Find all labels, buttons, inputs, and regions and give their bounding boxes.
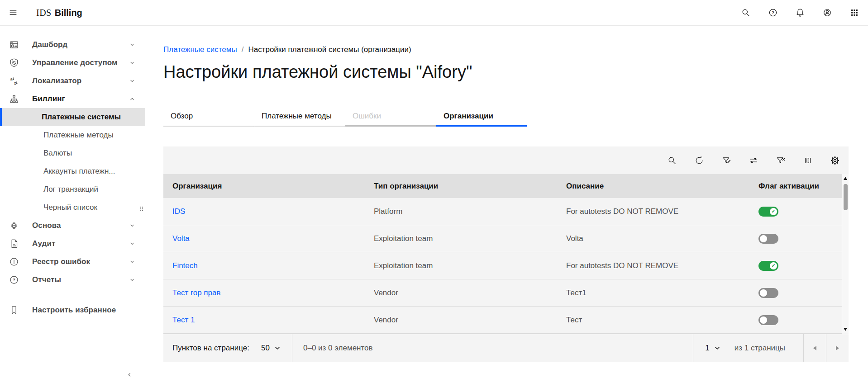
organization-description-cell: Тест1 xyxy=(557,288,749,298)
table-row: Тест гор прав Vendor Тест1 xyxy=(163,279,849,307)
sidebar-subitem-label: Аккаунты платежн... xyxy=(43,167,115,176)
organization-description-cell: For autotests DO NOT REMOVE xyxy=(557,207,749,216)
table-header-row: Организация Тип организации Описание Фла… xyxy=(163,174,849,198)
toggle-knob xyxy=(760,235,767,242)
chevron-down-icon xyxy=(128,221,137,230)
tab-overview[interactable]: Обзор xyxy=(163,107,254,127)
sidebar: Дашборд Управление доступом az Локализат… xyxy=(0,26,145,392)
table-column-button[interactable] xyxy=(794,146,821,174)
activation-toggle[interactable] xyxy=(758,234,778,244)
next-page-button[interactable] xyxy=(826,334,849,362)
notifications-button[interactable] xyxy=(787,0,814,25)
sidebar-item-error-registry[interactable]: Реестр ошибок xyxy=(0,253,145,271)
tab-payment-methods[interactable]: Платежные методы xyxy=(254,107,345,127)
chevron-down-icon xyxy=(128,239,137,248)
topbar-actions: ? xyxy=(732,0,868,25)
sidebar-item-reports[interactable]: ? Отчеты xyxy=(0,271,145,289)
chevron-down-icon xyxy=(128,58,137,67)
organization-description-cell: For autotests DO NOT REMOVE xyxy=(557,261,749,270)
breadcrumb-payment-systems-link[interactable]: Платежные системы xyxy=(163,45,237,55)
previous-page-button[interactable] xyxy=(803,334,826,362)
svg-text:z: z xyxy=(14,81,16,85)
column-icon xyxy=(803,156,813,165)
toggle-knob xyxy=(760,316,767,324)
sidebar-item-dashboard[interactable]: Дашборд xyxy=(0,36,145,54)
sidebar-subitem-label: Лог транзакций xyxy=(43,185,98,194)
items-per-page-select[interactable]: 50 xyxy=(261,344,280,353)
caret-right-icon xyxy=(836,346,839,350)
search-button[interactable] xyxy=(732,0,759,25)
scroll-down-arrow-icon[interactable] xyxy=(844,328,847,331)
user-avatar-icon xyxy=(822,8,832,18)
table-settings-button[interactable] xyxy=(821,146,849,174)
table-row: Тест 1 Vendor Тест xyxy=(163,307,849,334)
sidebar-subitem-label: Платежные методы xyxy=(43,131,114,140)
organization-link[interactable]: Тест 1 xyxy=(172,316,195,324)
table-filter-remove-button[interactable] xyxy=(767,146,794,174)
sidebar-divider xyxy=(7,295,138,295)
organization-type-cell: Vendor xyxy=(365,288,557,298)
user-button[interactable] xyxy=(814,0,841,25)
tree-view-icon xyxy=(9,94,19,104)
help-button[interactable]: ? xyxy=(759,0,787,25)
sidebar-item-billing[interactable]: Биллинг xyxy=(0,90,145,108)
organization-link[interactable]: IDS xyxy=(172,207,185,216)
sidebar-subitem-label: Платежные системы xyxy=(42,113,121,122)
sidebar-item-label: Локализатор xyxy=(32,76,128,85)
organization-type-cell: Exploitation team xyxy=(365,261,557,270)
app-logo[interactable]: IDS Billing xyxy=(36,8,82,18)
scrollbar-thumb[interactable] xyxy=(844,184,848,210)
table-settings-adjust-button[interactable] xyxy=(740,146,767,174)
sidebar-subitem-transaction-log[interactable]: Лог транзакций xyxy=(0,180,145,198)
app-switcher-button[interactable] xyxy=(841,0,868,25)
page-number-value: 1 xyxy=(705,344,709,353)
tab-organizations[interactable]: Организации xyxy=(436,107,527,127)
search-icon xyxy=(741,8,751,18)
bell-icon xyxy=(795,8,805,18)
tab-errors[interactable]: Ошибки xyxy=(345,107,436,127)
pagination-right-section: 1 из 1 страницы xyxy=(693,334,849,362)
items-range-text: 0–0 из 0 элементов xyxy=(292,334,373,362)
sidebar-subitem-payment-methods[interactable]: Платежные методы xyxy=(0,126,145,144)
scroll-up-arrow-icon[interactable] xyxy=(844,177,847,180)
sidebar-subitem-payment-accounts[interactable]: Аккаунты платежн... xyxy=(0,162,145,180)
sidebar-subitem-currencies[interactable]: Валюты xyxy=(0,144,145,162)
table-grid: Организация Тип организации Описание Фла… xyxy=(163,174,849,334)
sidebar-item-label: Отчеты xyxy=(32,275,128,284)
items-per-page-value: 50 xyxy=(261,344,270,353)
table-search-button[interactable] xyxy=(658,146,686,174)
sidebar-subitem-payment-systems[interactable]: Платежные системы xyxy=(0,108,145,126)
page-number-select[interactable]: 1 xyxy=(693,334,731,362)
toggle-knob xyxy=(760,289,767,297)
organization-link[interactable]: Fintech xyxy=(172,261,198,270)
sidebar-resize-handle[interactable] xyxy=(140,207,144,211)
logo-suffix: Billing xyxy=(55,8,82,18)
refresh-icon xyxy=(694,156,704,165)
sidebar-item-favorites[interactable]: Настроить избранное xyxy=(0,301,145,319)
table-filter-edit-button[interactable] xyxy=(713,146,740,174)
sidebar-item-audit[interactable]: Аудит xyxy=(0,235,145,253)
sidebar-subitem-blacklist[interactable]: Черный список xyxy=(0,198,145,217)
activation-toggle[interactable] xyxy=(758,261,778,271)
sidebar-collapse-button[interactable] xyxy=(119,364,140,386)
hamburger-menu-button[interactable] xyxy=(0,0,26,25)
organization-link[interactable]: Тест гор прав xyxy=(172,288,221,297)
organization-link[interactable]: Volta xyxy=(172,234,190,243)
sidebar-item-localizer[interactable]: az Локализатор xyxy=(0,72,145,90)
table-vertical-scrollbar[interactable] xyxy=(842,174,849,334)
table-refresh-button[interactable] xyxy=(686,146,713,174)
activation-toggle[interactable] xyxy=(758,207,778,217)
chevron-down-icon xyxy=(128,76,137,85)
activation-toggle[interactable] xyxy=(758,288,778,298)
sidebar-item-label: Управление доступом xyxy=(32,58,128,67)
sidebar-item-access-management[interactable]: Управление доступом xyxy=(0,54,145,72)
breadcrumb-separator: / xyxy=(242,45,244,55)
toggle-knob xyxy=(770,208,777,215)
sidebar-item-core[interactable]: Основа xyxy=(0,217,145,235)
document-icon xyxy=(9,239,19,249)
table-row: Fintech Exploitation team For autotests … xyxy=(163,252,849,279)
activation-toggle[interactable] xyxy=(758,315,778,325)
warning-circle-icon xyxy=(9,257,19,267)
logo-prefix: IDS xyxy=(36,8,52,18)
organization-description-cell: Тест xyxy=(557,316,749,325)
